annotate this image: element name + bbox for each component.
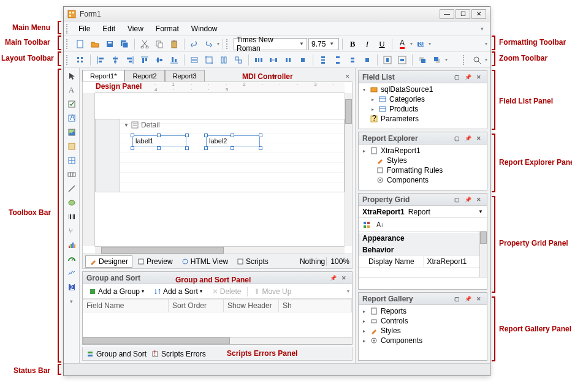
- new-icon[interactable]: [74, 37, 87, 51]
- hspace-dec-icon[interactable]: [281, 53, 295, 67]
- gallery-controls[interactable]: ▸Controls: [359, 316, 487, 326]
- design-scrollbar-h[interactable]: [95, 246, 345, 254]
- size-to-grid-icon[interactable]: [202, 53, 216, 67]
- hspace-equal-icon[interactable]: [252, 53, 265, 67]
- save-icon[interactable]: [103, 37, 116, 51]
- center-h-icon[interactable]: [381, 53, 394, 67]
- gauge-icon[interactable]: [65, 252, 78, 266]
- bold-icon[interactable]: B: [346, 37, 359, 51]
- delete-button[interactable]: ✕Delete: [208, 286, 245, 297]
- add-group-button[interactable]: Add a Group▾: [85, 286, 148, 297]
- paste-icon[interactable]: [167, 37, 181, 51]
- redo-icon[interactable]: [202, 37, 216, 51]
- panel-icon[interactable]: [65, 140, 78, 153]
- html-view-tab[interactable]: HTML View: [178, 256, 232, 267]
- tree-formatting[interactable]: Formatting Rules: [359, 165, 487, 175]
- copy-icon[interactable]: [153, 37, 166, 51]
- designer-tab[interactable]: Designer: [85, 255, 132, 268]
- vspace-remove-icon[interactable]: [360, 53, 374, 67]
- tree-styles[interactable]: Styles: [359, 156, 487, 165]
- design-surface[interactable]: · · · 1 · · · 2 · · · 3 · · · 4 · · · 5 …: [82, 81, 353, 254]
- categorized-icon[interactable]: [361, 219, 372, 230]
- menu-view[interactable]: View: [121, 23, 150, 35]
- col-sort-order[interactable]: Sort Order: [169, 300, 224, 312]
- design-scrollbar-v[interactable]: [345, 93, 352, 246]
- property-object-select[interactable]: XtraReport1 Report ▼: [359, 206, 487, 218]
- tab-report2[interactable]: Report2: [124, 70, 164, 81]
- format-toolbar-handle[interactable]: [226, 39, 230, 49]
- checkbox-icon[interactable]: [65, 97, 78, 111]
- prop-display-name[interactable]: Display NameXtraReport1: [359, 256, 487, 268]
- font-color-icon[interactable]: A: [395, 37, 409, 51]
- send-back-icon[interactable]: [430, 53, 444, 67]
- vspace-dec-icon[interactable]: [346, 53, 359, 67]
- richtext-icon[interactable]: A: [65, 111, 78, 125]
- window-icon[interactable]: ▢: [452, 195, 461, 204]
- menu-window[interactable]: Window: [185, 23, 224, 35]
- menubar-overflow-icon[interactable]: ▾: [481, 26, 487, 32]
- tab-report3[interactable]: Report3: [165, 70, 205, 81]
- same-width-icon[interactable]: [188, 53, 201, 67]
- alphabetical-icon[interactable]: A↓: [375, 219, 386, 230]
- hspace-remove-icon[interactable]: [296, 53, 310, 67]
- more-icon[interactable]: ▾: [65, 295, 78, 308]
- label-icon[interactable]: A: [65, 83, 78, 97]
- close-icon[interactable]: ✕: [475, 295, 483, 303]
- close-icon[interactable]: ✕: [475, 73, 483, 81]
- tab-close-icon[interactable]: ✕: [343, 72, 353, 81]
- window-icon[interactable]: ▢: [452, 134, 461, 143]
- menu-edit[interactable]: Edit: [96, 23, 121, 35]
- pointer-icon[interactable]: [65, 69, 78, 83]
- close-icon[interactable]: ✕: [475, 195, 483, 204]
- col-field-name[interactable]: Field Name: [83, 300, 169, 312]
- barcode-icon[interactable]: [65, 210, 78, 224]
- italic-icon[interactable]: I: [360, 37, 374, 51]
- close-panel-icon[interactable]: ✕: [340, 274, 348, 282]
- gs-scrollbar-h[interactable]: [83, 337, 352, 344]
- pin-icon[interactable]: 📌: [463, 195, 472, 204]
- underline-icon[interactable]: U: [375, 37, 389, 51]
- pivot-icon[interactable]: Σ: [65, 281, 78, 294]
- tree-categories[interactable]: ▸Categories: [359, 94, 487, 104]
- minimize-button[interactable]: —: [440, 9, 454, 19]
- bring-front-icon[interactable]: [416, 53, 429, 67]
- sparkline-icon[interactable]: [65, 266, 78, 280]
- same-size-icon[interactable]: [232, 53, 245, 67]
- center-v-icon[interactable]: [395, 53, 409, 67]
- gallery-components[interactable]: ▸Components: [359, 336, 487, 345]
- align-right-icon[interactable]: [123, 53, 137, 67]
- align-middle-icon[interactable]: [153, 53, 166, 67]
- tree-products[interactable]: ▸Products: [359, 104, 487, 114]
- gs-overflow-icon[interactable]: ▾: [347, 288, 349, 294]
- prop-cat-appearance[interactable]: Appearance⌄: [359, 233, 487, 244]
- open-icon[interactable]: [88, 37, 102, 51]
- menu-handle[interactable]: [66, 24, 70, 34]
- col-show-header[interactable]: Show Header: [224, 300, 279, 312]
- pin-icon[interactable]: 📌: [329, 274, 337, 282]
- tree-xtrareport[interactable]: ▸XtraReport1: [359, 146, 487, 156]
- window-icon[interactable]: ▢: [452, 295, 461, 303]
- chart-icon[interactable]: [65, 238, 78, 252]
- vspace-inc-icon[interactable]: [331, 53, 345, 67]
- align-top-icon[interactable]: [138, 53, 151, 67]
- tree-components[interactable]: Components: [359, 175, 487, 185]
- pin-icon[interactable]: 📌: [463, 295, 472, 303]
- save-all-icon[interactable]: [118, 37, 131, 51]
- pin-icon[interactable]: 📌: [463, 134, 472, 143]
- align-center-h-icon[interactable]: [109, 53, 122, 67]
- toolbar-handle[interactable]: [66, 39, 70, 49]
- prop-cat-behavior[interactable]: Behavior⌃: [359, 244, 487, 256]
- tab-report1[interactable]: Report1*: [82, 70, 124, 81]
- col-sh[interactable]: Sh: [279, 300, 352, 312]
- bottom-tab-group-sort[interactable]: Group and Sort: [86, 350, 147, 358]
- line-icon[interactable]: [65, 182, 78, 195]
- bottom-tab-scripts-errors[interactable]: !Scripts Errors: [151, 350, 206, 358]
- character-comb-icon[interactable]: [65, 168, 78, 181]
- gallery-reports[interactable]: ▸Reports: [359, 306, 487, 316]
- cut-icon[interactable]: [138, 37, 151, 51]
- shape-icon[interactable]: [65, 196, 78, 209]
- prop-scrollbar[interactable]: [479, 232, 487, 277]
- band-header[interactable]: ▼ Detail: [123, 119, 161, 130]
- detail-band[interactable]: ▼ Detail label1 label2: [95, 119, 345, 192]
- close-button[interactable]: ✕: [471, 9, 486, 19]
